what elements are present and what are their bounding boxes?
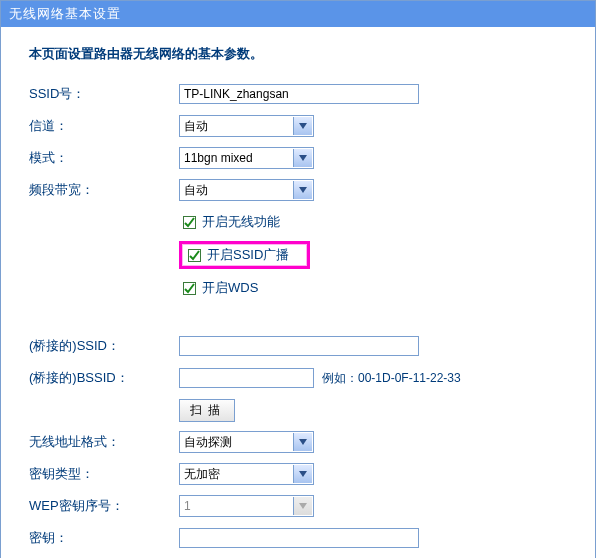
svg-marker-2 [299,187,307,193]
key-input[interactable] [179,528,419,548]
chevron-down-icon [293,181,312,199]
svg-marker-3 [299,439,307,445]
panel-title: 无线网络基本设置 [1,1,595,27]
enable-wireless-checkbox[interactable]: 开启无线功能 [179,211,284,233]
wep-index-select: 1 [179,495,314,517]
svg-marker-4 [299,471,307,477]
chevron-down-icon [293,465,312,483]
key-type-value: 无加密 [184,466,220,483]
label-ssid: SSID号： [29,85,179,103]
addr-format-select[interactable]: 自动探测 [179,431,314,453]
bssid-hint: 例如：00-1D-0F-11-22-33 [322,370,461,387]
label-key: 密钥： [29,529,179,547]
mode-select-value: 11bgn mixed [184,151,253,165]
label-wep-index: WEP密钥序号： [29,497,179,515]
label-addr-format: 无线地址格式： [29,433,179,451]
checkbox-icon [183,216,196,229]
ssid-input[interactable] [179,84,419,104]
enable-ssid-broadcast-checkbox[interactable]: 开启SSID广播 [188,246,289,264]
checkbox-icon [188,249,201,262]
mode-select[interactable]: 11bgn mixed [179,147,314,169]
chevron-down-icon [293,497,312,515]
svg-marker-5 [299,503,307,509]
intro-text: 本页面设置路由器无线网络的基本参数。 [29,45,575,63]
enable-ssid-broadcast-label: 开启SSID广播 [207,246,289,264]
checkbox-icon [183,282,196,295]
label-key-type: 密钥类型： [29,465,179,483]
enable-wds-label: 开启WDS [202,279,258,297]
chevron-down-icon [293,149,312,167]
bridged-ssid-input[interactable] [179,336,419,356]
wireless-settings-panel: 无线网络基本设置 本页面设置路由器无线网络的基本参数。 SSID号： 信道： 自… [0,0,596,558]
enable-wireless-label: 开启无线功能 [202,213,280,231]
panel-body: 本页面设置路由器无线网络的基本参数。 SSID号： 信道： 自动 模式： [1,27,595,558]
bandwidth-select[interactable]: 自动 [179,179,314,201]
ssid-broadcast-highlight: 开启SSID广播 [179,241,310,269]
key-type-select[interactable]: 无加密 [179,463,314,485]
label-channel: 信道： [29,117,179,135]
svg-marker-0 [299,123,307,129]
chevron-down-icon [293,433,312,451]
wep-index-value: 1 [184,499,191,513]
channel-select-value: 自动 [184,118,208,135]
channel-select[interactable]: 自动 [179,115,314,137]
enable-wds-checkbox[interactable]: 开启WDS [179,277,262,299]
scan-button[interactable]: 扫描 [179,399,235,422]
addr-format-value: 自动探测 [184,434,232,451]
svg-marker-1 [299,155,307,161]
bridged-bssid-input[interactable] [179,368,314,388]
label-mode: 模式： [29,149,179,167]
label-bridged-bssid: (桥接的)BSSID： [29,369,179,387]
chevron-down-icon [293,117,312,135]
bandwidth-select-value: 自动 [184,182,208,199]
label-bandwidth: 频段带宽： [29,181,179,199]
label-bridged-ssid: (桥接的)SSID： [29,337,179,355]
